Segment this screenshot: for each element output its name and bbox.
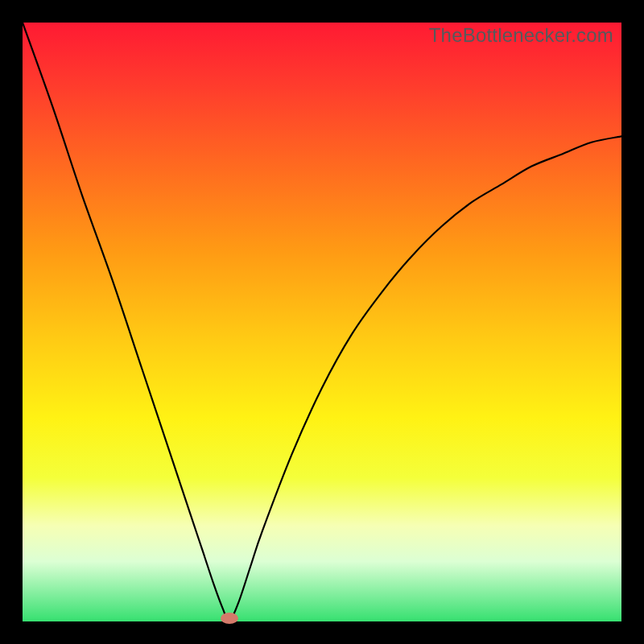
- plot-area: TheBottlenecker.com: [23, 23, 621, 621]
- chart-frame: TheBottlenecker.com: [0, 0, 644, 644]
- optimal-point-marker: [221, 613, 238, 624]
- bottleneck-curve: [23, 23, 621, 621]
